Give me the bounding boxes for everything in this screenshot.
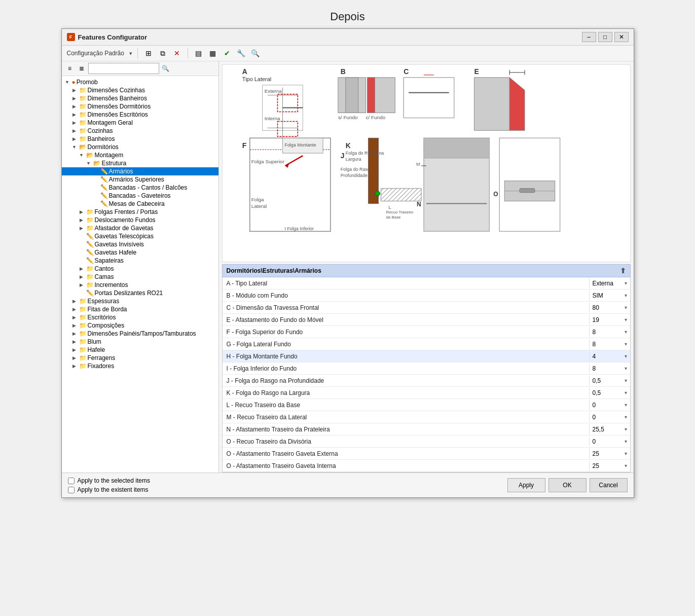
tree-node-gavetas-invisiveis[interactable]: ✏️ Gavetas Invisíveis	[62, 240, 218, 248]
prop-row-c[interactable]: C - Dimensão da Travessa Frontal 80 ▾	[223, 302, 630, 314]
tree-node-dim-cozinhas[interactable]: ▶ 📁 Dimensões Cozinhas	[62, 86, 218, 94]
maximize-button[interactable]: □	[598, 32, 612, 42]
prop-value-b[interactable]: SIM ▾	[590, 291, 630, 301]
tree-toggle-deslocamento-fundos[interactable]: ▶	[78, 216, 85, 224]
checkbox-selected-label[interactable]: Apply to the selected items	[78, 477, 150, 484]
minimize-button[interactable]: –	[582, 32, 596, 42]
tree-node-dim-paineis[interactable]: ▶ 📁 Dimensões Painéis/Tampos/Tamburatos	[62, 330, 218, 338]
tree-toggle-camas[interactable]: ▶	[78, 273, 85, 280]
prop-row-g[interactable]: G - Folga Lateral Fundo 8 ▾	[223, 338, 630, 350]
tree-node-montagem[interactable]: ▼ 📂 Montagem	[62, 151, 218, 159]
prop-row-o-gaveta-externa[interactable]: O - Afastamento Traseiro Gaveta Externa …	[223, 448, 630, 460]
tree-search-input[interactable]	[88, 63, 159, 74]
prop-dropdown-f[interactable]: ▾	[625, 329, 627, 335]
toolbar-new-btn[interactable]: ⊞	[143, 48, 154, 59]
tree-collapse-all-btn[interactable]: ≡	[65, 63, 75, 74]
prop-value-o-gaveta-externa[interactable]: 25 ▾	[590, 449, 630, 459]
tree-toggle-folgas-frentes[interactable]: ▶	[78, 208, 85, 215]
prop-dropdown-n[interactable]: ▾	[625, 426, 627, 432]
tree-node-escritorios[interactable]: ▶ 📁 Escritórios	[62, 313, 218, 321]
prop-value-o-gaveta-interna[interactable]: 25 ▾	[590, 461, 630, 471]
properties-collapse-btn[interactable]: ⬆	[620, 267, 626, 275]
prop-value-i[interactable]: 8 ▾	[590, 364, 630, 374]
prop-value-f[interactable]: 8 ▾	[590, 327, 630, 337]
prop-dropdown-i[interactable]: ▾	[625, 366, 627, 371]
prop-dropdown-c[interactable]: ▾	[625, 305, 627, 310]
tree-node-bancadas-gaveteiros[interactable]: ✏️ Bancadas - Gaveteiros	[62, 192, 218, 200]
toolbar-list-btn[interactable]: ▤	[193, 48, 204, 59]
tree-toggle-cantos[interactable]: ▶	[78, 265, 85, 272]
tree-node-mesas-cabeceira[interactable]: ✏️ Mesas de Cabeceira	[62, 200, 218, 208]
prop-row-a-tipo-lateral[interactable]: A - Tipo Lateral Externa ▾	[223, 277, 630, 289]
tree-node-cozinhas[interactable]: ▶ 📁 Cozinhas	[62, 127, 218, 135]
tree-toggle-espessuras[interactable]: ▶	[71, 298, 78, 305]
tree-toggle-escritorios[interactable]: ▶	[71, 314, 78, 321]
tree-node-gavetas-telescopicas[interactable]: ✏️ Gavetas Telescópicas	[62, 232, 218, 240]
toolbar-copy-btn[interactable]: ⧉	[157, 48, 168, 59]
checkbox-existent-items[interactable]	[68, 487, 75, 493]
tree-node-hafele[interactable]: ▶ 📁 Hafele	[62, 346, 218, 354]
tree-node-portas-deslizantes[interactable]: ✏️ Portas Deslizantes RO21	[62, 289, 218, 297]
tree-toggle-hafele[interactable]: ▶	[71, 346, 78, 353]
prop-value-m[interactable]: 0 ▾	[590, 412, 630, 422]
tree-expand-all-btn[interactable]: ≣	[77, 63, 87, 74]
tree-node-armarios[interactable]: ✏️ Armários	[62, 167, 218, 175]
tree-node-espessuras[interactable]: ▶ 📁 Espessuras	[62, 297, 218, 305]
prop-row-b[interactable]: B - Módulo com Fundo SIM ▾	[223, 289, 630, 302]
tree-node-promob[interactable]: ▼ ● Promob	[62, 78, 218, 86]
prop-dropdown-e[interactable]: ▾	[625, 317, 627, 322]
prop-value-a[interactable]: Externa ▾	[590, 278, 630, 288]
tree-node-incrementos[interactable]: ▶ 📁 Incrementos	[62, 281, 218, 289]
prop-row-n[interactable]: N - Afastamento Traseiro da Prateleira 2…	[223, 423, 630, 436]
prop-value-n[interactable]: 25,5 ▾	[590, 424, 630, 434]
tree-toggle-armarios[interactable]	[92, 168, 99, 175]
toolbar-grid-btn[interactable]: ▦	[207, 48, 218, 59]
tree-toggle-composicoes[interactable]: ▶	[71, 322, 78, 329]
tree-node-sapateiras[interactable]: ✏️ Sapateiras	[62, 257, 218, 265]
tree-toggle-banheiros[interactable]: ▶	[71, 135, 78, 142]
tree-toggle-dim-dormitorios[interactable]: ▶	[71, 103, 78, 110]
toolbar-check-btn[interactable]: ✔	[222, 48, 233, 59]
prop-row-m[interactable]: M - Recuo Traseiro da Lateral 0 ▾	[223, 411, 630, 423]
prop-value-k[interactable]: 0,5 ▾	[590, 388, 630, 398]
tree-toggle-estrutura[interactable]: ▼	[85, 160, 92, 167]
tree-toggle-dim-banheiros[interactable]: ▶	[71, 95, 78, 102]
prop-row-l[interactable]: L - Recuo Traseiro da Base 0 ▾	[223, 399, 630, 411]
tree-node-camas[interactable]: ▶ 📁 Camas	[62, 273, 218, 281]
tree-toggle-montagem-geral[interactable]: ▶	[71, 119, 78, 126]
prop-dropdown-a[interactable]: ▾	[625, 280, 627, 286]
prop-dropdown-b[interactable]: ▾	[625, 293, 627, 298]
tree-node-dim-escritorios[interactable]: ▶ 📁 Dimensões Escritórios	[62, 111, 218, 119]
apply-button[interactable]: Apply	[507, 478, 545, 492]
tree-node-dim-dormitorios[interactable]: ▶ 📁 Dimensões Dormitórios	[62, 102, 218, 111]
prop-row-f[interactable]: F - Folga Superior do Fundo 8 ▾	[223, 326, 630, 338]
tree-toggle-fixadores[interactable]: ▶	[71, 363, 78, 370]
tree-node-blum[interactable]: ▶ 📁 Blum	[62, 338, 218, 346]
tree-node-banheiros[interactable]: ▶ 📁 Banheiros	[62, 135, 218, 143]
prop-row-i[interactable]: I - Folga Inferior do Fundo 8 ▾	[223, 363, 630, 375]
prop-value-g[interactable]: 8 ▾	[590, 339, 630, 349]
tree-node-composicoes[interactable]: ▶ 📁 Composições	[62, 321, 218, 330]
tree-node-afastador-gavetas[interactable]: ▶ 📁 Afastador de Gavetas	[62, 224, 218, 232]
tree-node-cantos[interactable]: ▶ 📁 Cantos	[62, 265, 218, 273]
tree-toggle-dim-escritorios[interactable]: ▶	[71, 111, 78, 118]
tree-toggle-promob[interactable]: ▼	[64, 79, 71, 86]
toolbar-delete-btn[interactable]: ✕	[171, 48, 182, 59]
prop-value-c[interactable]: 80 ▾	[590, 303, 630, 313]
tree-toggle-dim-cozinhas[interactable]: ▶	[71, 87, 78, 94]
prop-value-j[interactable]: 0,5 ▾	[590, 376, 630, 386]
prop-row-j[interactable]: J - Folga do Rasgo na Profundidade 0,5 ▾	[223, 375, 630, 387]
tree-search-btn[interactable]: 🔍	[161, 63, 171, 74]
tree-toggle-ferragens[interactable]: ▶	[71, 354, 78, 361]
checkbox-selected-items[interactable]	[68, 478, 75, 484]
toolbar-settings-btn[interactable]: 🔧	[236, 48, 247, 59]
tree-toggle-cozinhas[interactable]: ▶	[71, 127, 78, 134]
tree-node-folgas-frentes[interactable]: ▶ 📁 Folgas Frentes / Portas	[62, 208, 218, 216]
close-button[interactable]: ✕	[614, 32, 629, 42]
prop-row-h[interactable]: ➤ H - Folga Montante Fundo 4 ▾	[223, 350, 630, 363]
config-dropdown-icon[interactable]: ▾	[129, 50, 132, 57]
tree-node-gavetas-hafele[interactable]: ✏️ Gavetas Hafele	[62, 248, 218, 257]
tree-node-dormitorios[interactable]: ▼ 📂 Dormitórios	[62, 143, 218, 151]
tree-toggle-blum[interactable]: ▶	[71, 338, 78, 345]
cancel-button[interactable]: Cancel	[590, 478, 628, 492]
